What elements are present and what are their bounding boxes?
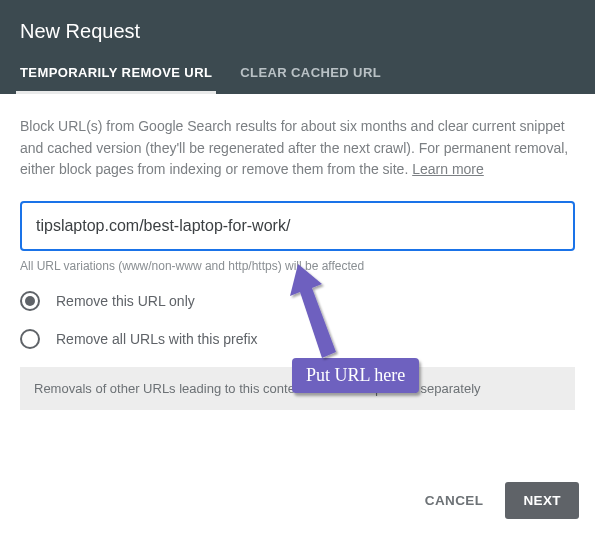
dialog-title: New Request	[20, 20, 575, 43]
learn-more-link[interactable]: Learn more	[412, 161, 484, 177]
url-hint: All URL variations (www/non-www and http…	[20, 259, 575, 273]
description-text: Block URL(s) from Google Search results …	[20, 116, 575, 181]
dialog-content: Block URL(s) from Google Search results …	[0, 94, 595, 422]
description-body: Block URL(s) from Google Search results …	[20, 118, 568, 177]
radio-button-icon	[20, 329, 40, 349]
radio-group: Remove this URL only Remove all URLs wit…	[20, 291, 575, 349]
radio-label: Remove this URL only	[56, 293, 195, 309]
tab-temporarily-remove[interactable]: TEMPORARILY REMOVE URL	[20, 65, 212, 94]
url-input[interactable]	[20, 201, 575, 251]
tab-clear-cached[interactable]: CLEAR CACHED URL	[240, 65, 381, 94]
radio-label: Remove all URLs with this prefix	[56, 331, 258, 347]
notice-bar: Removals of other URLs leading to this c…	[20, 367, 575, 410]
radio-remove-prefix[interactable]: Remove all URLs with this prefix	[20, 329, 575, 349]
tab-bar: TEMPORARILY REMOVE URL CLEAR CACHED URL	[20, 65, 575, 94]
dialog-header: New Request TEMPORARILY REMOVE URL CLEAR…	[0, 0, 595, 94]
next-button[interactable]: NEXT	[505, 482, 579, 519]
dialog-footer: CANCEL NEXT	[417, 482, 579, 519]
cancel-button[interactable]: CANCEL	[417, 483, 492, 518]
radio-remove-this-url[interactable]: Remove this URL only	[20, 291, 575, 311]
radio-button-icon	[20, 291, 40, 311]
